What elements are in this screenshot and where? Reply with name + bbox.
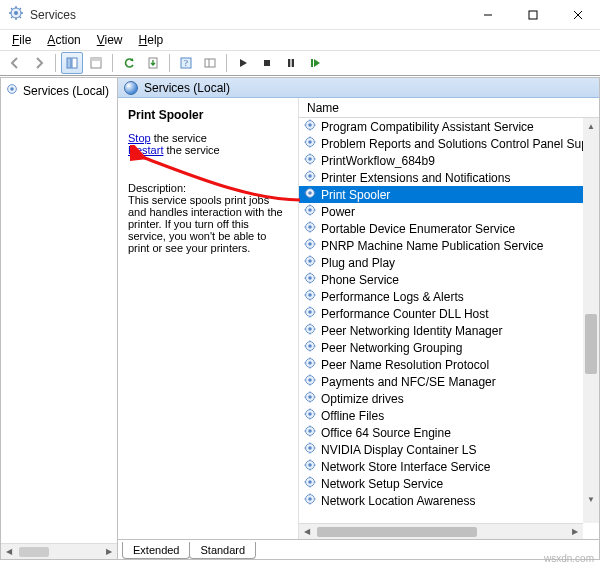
gear-icon: [303, 458, 317, 475]
restart-service-button[interactable]: [304, 52, 326, 74]
service-row[interactable]: Performance Logs & Alerts: [299, 288, 583, 305]
service-row[interactable]: Peer Networking Identity Manager: [299, 322, 583, 339]
scroll-right-icon[interactable]: ▶: [567, 524, 583, 540]
service-row[interactable]: Network Location Awareness: [299, 492, 583, 509]
help-button[interactable]: ?: [175, 52, 197, 74]
service-row[interactable]: Office 64 Source Engine: [299, 424, 583, 441]
stop-service-button[interactable]: [256, 52, 278, 74]
service-name-cell: PrintWorkflow_684b9: [321, 154, 435, 168]
svg-line-8: [11, 17, 13, 19]
scroll-corner: [583, 507, 599, 523]
svg-point-48: [308, 174, 312, 178]
service-row[interactable]: Network Store Interface Service: [299, 458, 583, 475]
service-row[interactable]: Offline Files: [299, 407, 583, 424]
toolbar-separator: [226, 54, 227, 72]
service-row[interactable]: PrintWorkflow_684b9: [299, 152, 583, 169]
gear-icon: [303, 356, 317, 373]
minimize-button[interactable]: [465, 0, 510, 30]
tree-root-services-local[interactable]: Services (Local): [1, 78, 117, 103]
menubar: File Action View Help: [0, 30, 600, 50]
nav-forward-button[interactable]: [28, 52, 50, 74]
scroll-thumb[interactable]: [19, 547, 49, 557]
svg-point-66: [308, 225, 312, 229]
service-row[interactable]: Portable Device Enumerator Service: [299, 220, 583, 237]
svg-point-114: [308, 361, 312, 365]
service-row[interactable]: Performance Counter DLL Host: [299, 305, 583, 322]
toolbar-separator: [169, 54, 170, 72]
nav-back-button[interactable]: [4, 52, 26, 74]
scroll-thumb[interactable]: [317, 527, 477, 537]
svg-text:?: ?: [184, 58, 188, 68]
description-label: Description:: [128, 182, 288, 194]
gear-icon: [303, 441, 317, 458]
maximize-button[interactable]: [510, 0, 555, 30]
menu-action[interactable]: Action: [39, 31, 88, 49]
scroll-left-icon[interactable]: ◀: [1, 544, 17, 560]
service-row[interactable]: Network Setup Service: [299, 475, 583, 492]
svg-point-72: [308, 242, 312, 246]
gear-icon: [303, 237, 317, 254]
pause-service-button[interactable]: [280, 52, 302, 74]
toolbar-button[interactable]: [199, 52, 221, 74]
gear-icon: [303, 186, 317, 203]
menu-help[interactable]: Help: [131, 31, 172, 49]
menu-view[interactable]: View: [89, 31, 131, 49]
service-row[interactable]: Optimize drives: [299, 390, 583, 407]
service-row[interactable]: Peer Networking Grouping: [299, 339, 583, 356]
scroll-down-icon[interactable]: ▼: [583, 491, 599, 507]
list-header: Name: [299, 98, 599, 118]
export-list-button[interactable]: [142, 52, 164, 74]
service-row[interactable]: Program Compatibility Assistant Service: [299, 118, 583, 135]
scroll-thumb[interactable]: [585, 314, 597, 374]
service-row[interactable]: NVIDIA Display Container LS: [299, 441, 583, 458]
service-name-cell: Payments and NFC/SE Manager: [321, 375, 496, 389]
start-service-button[interactable]: [232, 52, 254, 74]
gear-icon: [303, 152, 317, 169]
gear-icon: [303, 203, 317, 220]
column-name[interactable]: Name: [299, 101, 599, 115]
properties-button[interactable]: [85, 52, 107, 74]
service-row[interactable]: PNRP Machine Name Publication Service: [299, 237, 583, 254]
scroll-up-icon[interactable]: ▲: [583, 118, 599, 134]
service-row[interactable]: Payments and NFC/SE Manager: [299, 373, 583, 390]
tree-pane: Services (Local) ◀ ▶: [0, 77, 118, 560]
tab-standard[interactable]: Standard: [189, 542, 256, 559]
svg-rect-25: [292, 59, 294, 67]
vertical-scrollbar[interactable]: ▲ ▼: [583, 118, 599, 507]
scroll-track[interactable]: [583, 134, 599, 491]
service-action-stop-line: Stop the service: [128, 132, 288, 144]
refresh-button[interactable]: [118, 52, 140, 74]
svg-point-126: [308, 395, 312, 399]
service-row[interactable]: Printer Extensions and Notifications: [299, 169, 583, 186]
menu-file[interactable]: File: [4, 31, 39, 49]
svg-rect-14: [67, 58, 71, 68]
gear-icon: [303, 390, 317, 407]
service-name-cell: Program Compatibility Assistant Service: [321, 120, 534, 134]
service-row[interactable]: Phone Service: [299, 271, 583, 288]
tab-extended[interactable]: Extended: [122, 542, 190, 559]
tree-root-label: Services (Local): [23, 84, 109, 98]
close-button[interactable]: [555, 0, 600, 30]
gear-icon: [303, 169, 317, 186]
service-name-cell: Offline Files: [321, 409, 384, 423]
gear-icon: [303, 322, 317, 339]
svg-rect-26: [311, 59, 313, 67]
restart-service-link[interactable]: Restart: [128, 144, 163, 156]
service-row[interactable]: Peer Name Resolution Protocol: [299, 356, 583, 373]
service-row[interactable]: Power: [299, 203, 583, 220]
service-name-cell: Print Spooler: [321, 188, 390, 202]
services-list-pane: Name Program Compatibility Assistant Ser…: [298, 98, 599, 539]
service-row[interactable]: Plug and Play: [299, 254, 583, 271]
scroll-right-icon[interactable]: ▶: [101, 544, 117, 560]
service-row[interactable]: Print Spooler: [299, 186, 583, 203]
service-name-cell: Performance Logs & Alerts: [321, 290, 464, 304]
scroll-left-icon[interactable]: ◀: [299, 524, 315, 540]
show-hide-tree-button[interactable]: [61, 52, 83, 74]
svg-point-42: [308, 157, 312, 161]
tree-horizontal-scrollbar[interactable]: ◀ ▶: [1, 543, 117, 559]
list-horizontal-scrollbar[interactable]: ◀ ▶: [299, 523, 583, 539]
stop-service-link[interactable]: Stop: [128, 132, 151, 144]
pane-header-icon: [124, 81, 138, 95]
service-row[interactable]: Problem Reports and Solutions Control Pa…: [299, 135, 583, 152]
scroll-track[interactable]: [315, 526, 567, 538]
